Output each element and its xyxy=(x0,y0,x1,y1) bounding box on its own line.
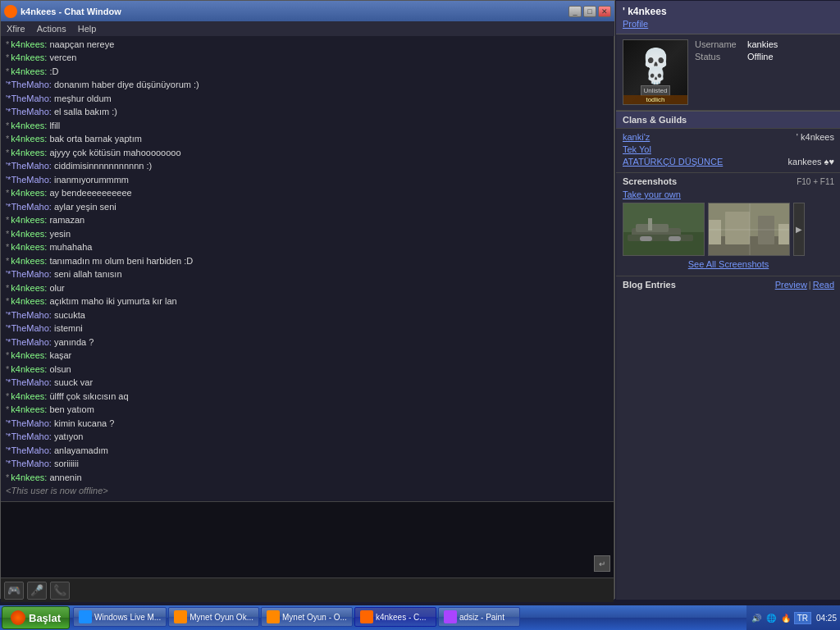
window-title: k4nkees - Chat Window xyxy=(21,7,565,16)
speaker-name: '*TheMaho: xyxy=(6,202,54,212)
menu-xfire[interactable]: Xfire xyxy=(4,23,28,34)
taskbar-app-icon xyxy=(444,610,457,623)
screenshots-header: Screenshots F10 + F11 xyxy=(623,176,834,186)
bullet-icon: * xyxy=(6,364,9,374)
chat-main: *k4nkees: ne opmesi :'*TheMaho: şlank :)… xyxy=(1,36,614,600)
taskbar-app-icon xyxy=(267,610,280,623)
chat-message: *k4nkees: :D xyxy=(6,65,609,79)
bullet-icon: * xyxy=(6,296,9,306)
chat-message: '*TheMaho: yatıyon xyxy=(6,430,609,444)
taskbar-item-label: Mynet Oyun Ok... xyxy=(189,613,253,622)
profile-link[interactable]: Profile xyxy=(623,19,834,29)
chat-message: <This user is now offline> xyxy=(6,484,609,498)
chat-window: k4nkees - Chat Window _ □ ✕ Xfire Action… xyxy=(0,0,615,599)
clan-link[interactable]: kanki'z xyxy=(623,132,650,142)
screenshots-shortcut: F10 + F11 xyxy=(797,177,834,186)
clan-link[interactable]: Tek Yol xyxy=(623,144,651,154)
screenshots-scroll-right[interactable]: ▶ xyxy=(793,203,805,256)
status-label: Status xyxy=(695,52,744,62)
svg-rect-10 xyxy=(725,212,750,244)
chat-message: '*TheMaho: meşhur oldum xyxy=(6,92,609,106)
chat-message: *k4nkees: muhahaha xyxy=(6,240,609,254)
chat-message: '*TheMaho: yanında ? xyxy=(6,336,609,349)
menu-help[interactable]: Help xyxy=(75,23,99,34)
clan-row: ATATÜRKÇÜ DÜŞÜNCEkankees ♠♥ xyxy=(623,157,834,167)
chat-message: *k4nkees: ajyyy çok kötüsün mahoooooooo xyxy=(6,146,609,160)
svg-rect-11 xyxy=(758,216,774,244)
system-clock: 04:25 xyxy=(816,614,837,623)
window-controls: _ □ ✕ xyxy=(568,6,611,17)
minimize-button[interactable]: _ xyxy=(568,6,582,17)
blog-preview-link[interactable]: Preview xyxy=(775,280,807,290)
avatar-skull2-icon: 💀 xyxy=(646,67,666,84)
blog-separator: | xyxy=(809,280,811,290)
blog-section: Blog Entries Preview | Read xyxy=(616,276,840,293)
chat-message: *k4nkees: ben yatıom xyxy=(6,403,609,417)
taskbar-item-label: Mynet Oyun - O... xyxy=(282,613,347,622)
send-button[interactable]: ↵ xyxy=(594,555,610,572)
bullet-icon: * xyxy=(6,229,9,239)
see-all-screenshots-link[interactable]: See All Screenshots xyxy=(623,259,834,269)
take-screenshot-link[interactable]: Take your own xyxy=(623,189,834,199)
speaker-name: '*TheMaho: xyxy=(6,94,54,103)
clan-member-name: kankees ♠♥ xyxy=(788,157,834,167)
taskbar-item-0[interactable]: Windows Live M... xyxy=(73,607,167,627)
chat-message: *k4nkees: açıktım maho iki yumurta kır l… xyxy=(6,294,609,308)
chat-message: *k4nkees: lfill xyxy=(6,119,609,133)
taskbar-item-5[interactable]: adsiz - Paint xyxy=(438,607,520,627)
chat-toolbar: 🎮 🎤 📞 xyxy=(1,578,614,602)
chat-message: '*TheMaho: inanmıyorummmm xyxy=(6,173,609,187)
speaker-name: '*TheMaho: xyxy=(6,175,54,185)
taskbar-item-1[interactable]: Mynet Oyun Ok... xyxy=(168,607,259,627)
chat-message: *k4nkees: olsun xyxy=(6,363,609,377)
game-icon-btn[interactable]: 🎮 xyxy=(4,582,24,600)
start-button[interactable]: Başlat xyxy=(2,606,70,629)
chat-container: *k4nkees: ne opmesi :'*TheMaho: şlank :)… xyxy=(1,36,614,600)
chat-message: '*TheMaho: suuck var xyxy=(6,376,609,390)
status-value: Offline xyxy=(747,52,774,62)
speaker-name: '*TheMaho: xyxy=(6,431,54,441)
chat-input-area: ↵ 🎮 🎤 📞 xyxy=(1,501,614,600)
phone-icon-btn[interactable]: 📞 xyxy=(50,582,70,600)
screenshot-thumb-1[interactable] xyxy=(623,203,705,256)
chat-message: *k4nkees: annenin xyxy=(6,471,609,485)
speaker-name: '*TheMaho: xyxy=(6,459,54,468)
bullet-icon: * xyxy=(6,121,9,130)
bullet-icon: * xyxy=(6,404,9,414)
clans-title: Clans & Guilds xyxy=(623,115,687,125)
taskbar-item-4[interactable]: k4nkees - C... xyxy=(354,607,436,627)
clan-row: kanki'z' k4nkees xyxy=(623,132,834,142)
speaker-name: '*TheMaho: xyxy=(6,310,54,320)
blog-header: Blog Entries Preview | Read xyxy=(623,280,834,290)
speaker-name: '*TheMaho: xyxy=(6,161,54,171)
blog-links: Preview | Read xyxy=(775,280,834,290)
chat-message: *k4nkees: tanımadın mı olum beni harbide… xyxy=(6,254,609,268)
blog-title: Blog Entries xyxy=(623,280,676,290)
clan-link[interactable]: ATATÜRKÇÜ DÜŞÜNCE xyxy=(623,157,723,167)
bullet-icon: * xyxy=(6,134,9,144)
menu-actions[interactable]: Actions xyxy=(34,23,69,34)
network-icon: 🌐 xyxy=(765,614,778,623)
username-label: Username xyxy=(695,39,744,49)
blog-read-link[interactable]: Read xyxy=(813,280,834,290)
taskbar-item-2[interactable]: Mynet Oyun - O... xyxy=(261,607,353,627)
maximize-button[interactable]: □ xyxy=(583,6,596,17)
chat-message: '*TheMaho: seni allah tanısın xyxy=(6,267,609,281)
bullet-icon: * xyxy=(6,188,9,198)
message-input[interactable] xyxy=(1,502,614,576)
svg-rect-5 xyxy=(648,218,652,231)
taskbar-items: Windows Live M...Mynet Oyun Ok...Mynet O… xyxy=(71,605,746,630)
language-button[interactable]: TR xyxy=(794,612,811,624)
taskbar: Başlat Windows Live M...Mynet Oyun Ok...… xyxy=(0,605,840,630)
clan-row: Tek Yol xyxy=(623,144,834,154)
clans-section: kanki'z' k4nkeesTek YolATATÜRKÇÜ DÜŞÜNCE… xyxy=(616,129,840,173)
speaker-icon: 🔊 xyxy=(750,614,763,623)
screenshot-thumb-2[interactable] xyxy=(708,203,790,256)
avatar-sublabel: Unlisted xyxy=(641,85,671,96)
mic-icon-btn[interactable]: 🎤 xyxy=(27,582,47,600)
system-tray: 🔊 🌐 🔥 TR 04:25 xyxy=(746,605,840,630)
close-button[interactable]: ✕ xyxy=(598,6,611,17)
app-icon xyxy=(4,5,17,18)
chat-message: *k4nkees: bak orta barnak yaptım xyxy=(6,132,609,146)
speaker-name: '*TheMaho: xyxy=(6,269,54,279)
